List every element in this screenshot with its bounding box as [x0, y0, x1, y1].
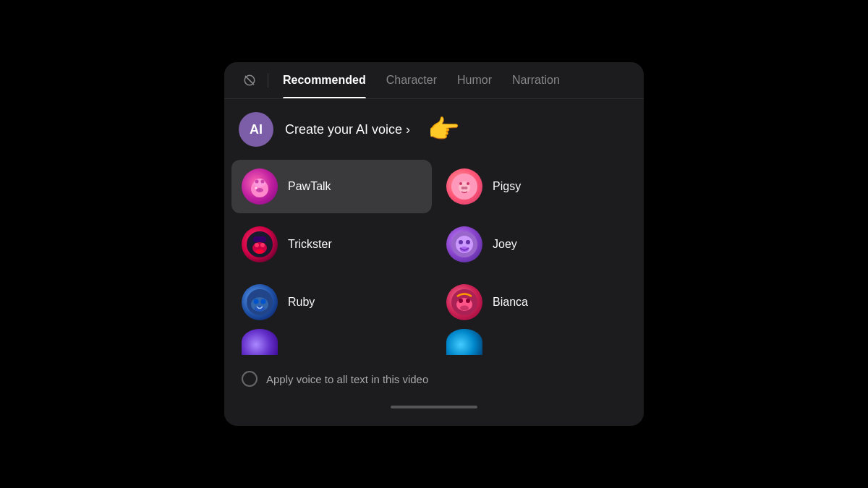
voice-selector-panel: Recommended Character Humor Narration AI… — [224, 62, 644, 426]
svg-point-27 — [254, 299, 259, 304]
avatar-ruby — [242, 284, 278, 320]
tab-humor[interactable]: Humor — [447, 62, 502, 98]
create-ai-voice-row[interactable]: AI Create your AI voice › 👉 — [224, 99, 644, 160]
svg-point-32 — [459, 299, 463, 303]
partial-avatar-left — [242, 329, 278, 355]
svg-point-6 — [256, 188, 263, 192]
voice-name-bianca: Bianca — [493, 296, 528, 309]
ai-icon: AI — [239, 112, 273, 147]
voice-item-pigsy[interactable]: Pigsy — [436, 160, 637, 213]
voice-item-ruby[interactable]: Ruby — [231, 275, 432, 329]
svg-point-22 — [459, 240, 463, 244]
svg-point-17 — [255, 243, 259, 247]
apply-voice-row[interactable]: Apply voice to all text in this video — [224, 359, 644, 398]
svg-point-13 — [467, 182, 469, 185]
svg-point-23 — [466, 240, 470, 244]
svg-rect-16 — [253, 236, 266, 242]
voice-name-pawtalk: PawTalk — [288, 180, 331, 193]
avatar-pigsy — [446, 168, 482, 205]
drag-handle — [391, 406, 477, 408]
svg-point-4 — [255, 180, 259, 184]
svg-point-11 — [464, 187, 468, 189]
tab-recommended[interactable]: Recommended — [273, 62, 376, 98]
partial-avatar-row — [224, 329, 644, 355]
avatar-bianca — [446, 284, 482, 320]
voice-item-joey[interactable]: Joey — [436, 218, 637, 271]
apply-voice-checkbox[interactable] — [242, 371, 258, 387]
tab-divider — [268, 73, 268, 87]
tab-narration[interactable]: Narration — [502, 62, 570, 98]
create-ai-label: Create your AI voice › — [285, 122, 410, 137]
voice-grid: PawTalk Pigsy — [224, 160, 644, 329]
voice-name-ruby: Ruby — [288, 296, 315, 309]
avatar-trickster — [242, 226, 278, 262]
svg-point-7 — [255, 187, 258, 189]
block-icon[interactable] — [236, 62, 263, 98]
bottom-handle — [224, 398, 644, 411]
svg-point-33 — [466, 299, 470, 303]
svg-point-5 — [261, 180, 265, 184]
avatar-joey — [446, 226, 482, 262]
voice-item-pawtalk[interactable]: PawTalk — [231, 160, 432, 213]
apply-voice-label: Apply voice to all text in this video — [266, 373, 428, 385]
tabs-bar: Recommended Character Humor Narration — [224, 62, 644, 99]
svg-point-18 — [260, 243, 265, 247]
partial-item-left — [231, 329, 432, 355]
svg-point-28 — [261, 299, 266, 304]
svg-point-19 — [255, 249, 264, 254]
pointing-hand-emoji: 👉 — [427, 114, 460, 145]
voice-name-pigsy: Pigsy — [493, 180, 521, 193]
tab-character[interactable]: Character — [376, 62, 447, 98]
voice-item-trickster[interactable]: Trickster — [231, 218, 432, 271]
avatar-pawtalk — [242, 168, 278, 205]
svg-point-12 — [459, 182, 462, 185]
voice-item-bianca[interactable]: Bianca — [436, 275, 637, 329]
svg-line-1 — [245, 76, 253, 84]
partial-item-right — [436, 329, 637, 355]
svg-point-34 — [460, 306, 469, 311]
voice-name-trickster: Trickster — [288, 238, 332, 251]
voice-name-joey: Joey — [493, 238, 517, 251]
partial-avatar-right — [446, 329, 482, 355]
svg-point-3 — [254, 179, 265, 187]
